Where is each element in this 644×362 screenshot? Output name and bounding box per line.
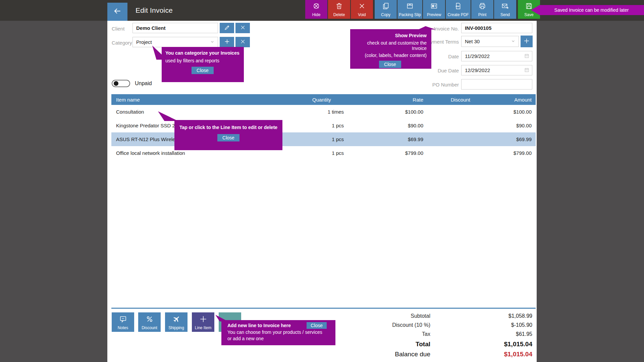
print-button[interactable]: Print [471, 0, 493, 19]
close-button[interactable]: Close [307, 322, 327, 329]
create-pdf-button[interactable]: PDF Create PDF [446, 0, 471, 19]
send-button[interactable]: Send [494, 0, 516, 19]
notes-icon [119, 315, 127, 325]
due-date-input[interactable]: 12/29/2022 [461, 65, 532, 75]
packing-slip-button[interactable]: Packing Slip [397, 0, 422, 19]
close-icon [240, 39, 246, 46]
packing-slip-icon [406, 2, 414, 12]
subtotal-row: Subtotal $1,058.99 [335, 313, 532, 322]
preview-button[interactable]: Preview [423, 0, 445, 19]
date-input[interactable]: 11/29/2022 [461, 51, 532, 61]
category-tooltip: You can categorize your Invoices used by… [162, 47, 244, 82]
item-rate: $69.99 [348, 136, 427, 142]
tooltip-body: used by filters and reports [165, 58, 240, 63]
close-button[interactable]: Close [192, 67, 214, 74]
page-title: Edit Invoice [136, 0, 173, 21]
back-arrow-icon [113, 7, 122, 17]
void-button[interactable]: Void [351, 0, 373, 19]
back-button[interactable] [107, 3, 127, 21]
tooltip-body: (color, labels, header content) [354, 53, 427, 58]
pdf-icon: PDF [454, 2, 462, 12]
category-label: Category [112, 40, 132, 46]
copy-button[interactable]: Copy [375, 0, 397, 19]
save-icon [525, 2, 533, 12]
subtotal-value: $1,058.99 [430, 313, 532, 319]
col-rate: Rate [348, 97, 427, 103]
airplane-icon [172, 315, 181, 325]
col-amount: Amount [474, 97, 536, 103]
item-rate: $90.00 [348, 123, 427, 128]
tooltip-title: Show Preview [354, 33, 427, 38]
balance-due-label: Balance due [335, 351, 430, 358]
x-icon [358, 2, 366, 12]
client-value: Demo Client [136, 25, 166, 31]
clear-client-button[interactable] [235, 23, 250, 33]
add-category-button[interactable] [220, 37, 234, 47]
svg-text:PDF: PDF [456, 5, 460, 7]
envelope-icon [501, 2, 509, 12]
trash-icon [335, 2, 343, 12]
tooltip-title: You can categorize your Invoices [165, 50, 240, 56]
close-icon [240, 24, 246, 32]
tooltip-body: check out and customize the Invoice [354, 40, 427, 51]
tax-value: $61.95 [430, 331, 532, 337]
footer-divider [111, 308, 536, 309]
hide-button[interactable]: Hide [305, 0, 327, 19]
total-label: Total [335, 341, 430, 348]
paid-status-toggle[interactable] [112, 80, 130, 87]
delete-button[interactable]: Delete [328, 0, 350, 19]
payment-terms-select[interactable]: Net 30 [461, 36, 519, 47]
total-value: $1,015.04 [430, 341, 532, 348]
balance-due-value: $1,015.04 [430, 351, 532, 358]
chevron-down-icon [210, 39, 215, 45]
category-select[interactable]: Project [132, 37, 218, 47]
item-rate: $799.00 [348, 150, 427, 156]
item-quantity: 1 pcs [308, 150, 348, 156]
tooltip-title: Tap or click to the Line Item to edit or… [178, 125, 279, 130]
add-line-item-button[interactable]: Line Item [192, 312, 214, 332]
item-amount: $69.99 [474, 136, 536, 142]
subtotal-label: Subtotal [335, 313, 430, 319]
payment-terms-value: Net 30 [465, 39, 480, 44]
client-input[interactable]: Demo Client [132, 23, 218, 33]
plus-icon [523, 37, 530, 46]
add-line-tooltip: Close Add new line to Invoice here You c… [221, 320, 335, 345]
col-discount: Discount [427, 97, 474, 103]
due-date-value: 12/29/2022 [465, 67, 490, 73]
command-bar: Hide Delete Void Copy Packing Slip Previ… [305, 0, 540, 19]
client-label: Client [112, 26, 124, 32]
notes-button[interactable]: Notes [112, 312, 134, 332]
line-item-tooltip: Tap or click to the Line Item to edit or… [174, 120, 282, 150]
table-header: Item name Quantity Rate Discount Amount [111, 94, 536, 105]
discount-row: Discount (10 %) $-105.90 [335, 322, 532, 331]
table-row[interactable]: Consultation 1 times $100.00 $100.00 [111, 105, 536, 119]
edit-client-button[interactable] [220, 23, 234, 33]
invoice-no-value: INV-000105 [465, 25, 491, 31]
copy-icon [382, 2, 390, 12]
item-amount: $799.00 [474, 150, 536, 156]
save-tooltip-text: Saved Invoice can be modified later [554, 7, 629, 13]
shipping-button[interactable]: Shipping [165, 312, 187, 332]
tooltip-body: You can choose from your products / serv… [227, 329, 332, 335]
add-payment-terms-button[interactable] [521, 36, 533, 47]
item-quantity: 1 pcs [308, 136, 348, 142]
item-amount: $90.00 [474, 123, 536, 128]
item-quantity: 1 times [308, 109, 348, 115]
item-quantity: 1 pcs [308, 123, 348, 128]
printer-icon [478, 2, 486, 12]
preview-icon [430, 2, 438, 12]
balance-due-row: Balance due $1,015.04 [335, 351, 532, 360]
col-quantity: Quantity [308, 97, 348, 103]
invoice-no-input[interactable]: INV-000105 [461, 23, 532, 33]
close-button[interactable]: Close [379, 61, 401, 68]
close-button[interactable]: Close [217, 134, 239, 141]
total-row: Total $1,015.04 [335, 341, 532, 350]
po-number-label: PO Number [392, 82, 459, 87]
plus-icon [199, 315, 208, 325]
toggle-knob [114, 81, 118, 86]
po-number-input[interactable] [461, 79, 532, 89]
clear-category-button[interactable] [235, 37, 250, 47]
discount-button[interactable]: Discount [138, 312, 161, 332]
date-value: 11/29/2022 [465, 53, 490, 59]
discount-label: Discount (10 %) [335, 322, 430, 328]
